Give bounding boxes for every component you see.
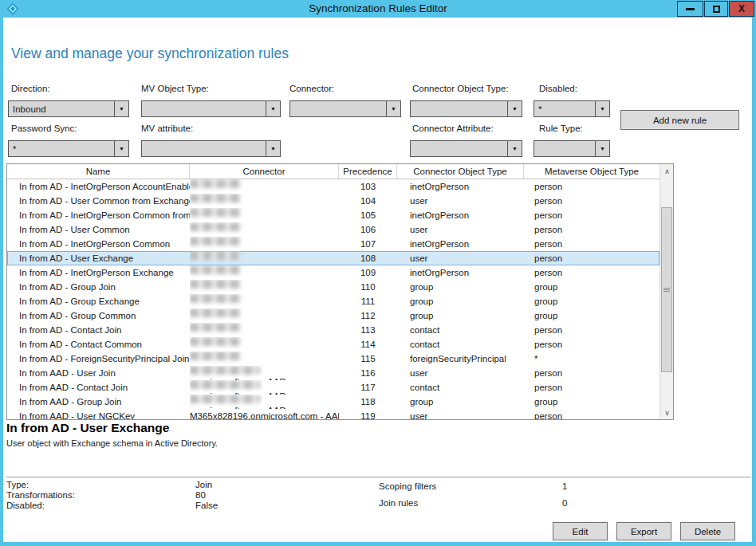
connector-cell [190,280,339,294]
table-row[interactable]: In from AAD - User Join .onmicrosoft.com… [7,366,660,380]
table-row[interactable]: In from AAD - Group Join .onmicrosoft.co… [7,395,660,409]
metaverse-object-type-cell: person [524,179,660,194]
precedence-cell: 111 [339,294,397,308]
connector-object-type-cell: inetOrgPerson [397,265,524,280]
table-row[interactable]: In from AAD - Contact Join .onmicrosoft.… [7,380,660,395]
rule-name-cell: In from AD - User Common from Exchange [7,194,190,208]
connector-object-type-cell: group [397,308,524,323]
export-button[interactable]: Export [616,522,671,540]
rules-table: Name Connector Precedence Connector Obje… [6,163,674,420]
password-sync-dropdown[interactable]: * ▼ [8,140,129,157]
metaverse-object-type-cell: * [524,352,660,366]
rule-type-dropdown[interactable]: ▼ [534,140,610,157]
direction-dropdown[interactable]: Inbound ▼ [8,100,129,117]
mv-attribute-dropdown[interactable]: ▼ [141,140,281,157]
scrollbar-thumb[interactable] [661,207,672,372]
rule-name-cell: In from AD - InetOrgPerson Common from E… [7,208,190,222]
disabled-detail-label: Disabled: [6,501,45,510]
connector-cell [190,237,339,251]
rule-name-cell: In from AD - ForeignSecurityPrincipal Jo… [7,352,190,366]
direction-label: Direction: [11,84,50,93]
rule-name-cell: In from AD - InetOrgPerson Common [7,237,190,251]
connector-redacted-blur [190,366,260,375]
rule-name-cell: In from AAD - User NGCKey [7,409,190,419]
metaverse-object-type-cell: group [524,294,660,308]
delete-button[interactable]: Delete [680,522,735,540]
vertical-scrollbar[interactable]: ∧ ∨ [660,164,673,419]
edit-button[interactable]: Edit [553,522,608,540]
metaverse-object-type-cell: person [524,409,660,419]
column-header-connector-object-type[interactable]: Connector Object Type [397,164,524,179]
minimize-button[interactable] [677,1,703,17]
table-row[interactable]: In from AD - Group Join 110 group group [7,280,660,294]
add-new-rule-button[interactable]: Add new rule [620,110,739,130]
scoping-filters-label: Scoping filters [379,481,436,491]
table-row[interactable]: In from AD - InetOrgPerson AccountEnable… [7,179,660,194]
connector-dropdown[interactable]: ▼ [289,100,401,117]
connector-object-type-cell: user [397,194,524,208]
connector-redacted-blur [190,280,241,289]
rule-name-cell: In from AD - InetOrgPerson Exchange [7,265,190,280]
table-row[interactable]: In from AD - User Common from Exchange 1… [7,194,660,208]
connector-cell [190,194,339,208]
disabled-label: Disabled: [539,84,577,93]
table-row[interactable]: In from AD - Contact Common 114 contact … [7,337,660,352]
connector-object-type-cell: inetOrgPerson [397,179,524,194]
connector-object-type-cell: user [397,251,524,265]
table-row[interactable]: In from AD - InetOrgPerson Common from E… [7,208,660,222]
table-row[interactable]: In from AD - ForeignSecurityPrincipal Jo… [7,352,660,366]
chevron-down-icon: ▼ [266,141,280,156]
metaverse-object-type-cell: group [524,280,660,294]
titlebar[interactable]: Synchronization Rules Editor X [0,0,756,18]
table-row[interactable]: In from AD - Contact Join 113 contact pe… [7,323,660,337]
connector-cell [190,265,339,280]
precedence-cell: 107 [339,237,397,251]
maximize-icon [713,6,720,13]
table-row[interactable]: In from AD - InetOrgPerson Exchange 109 … [7,265,660,280]
mv-object-type-dropdown[interactable]: ▼ [141,100,281,117]
disabled-dropdown[interactable]: * ▼ [534,100,610,117]
direction-value: Inbound [9,104,114,114]
connector-object-type-cell: foreignSecurityPrincipal [397,352,524,366]
connector-redacted-blur [190,251,241,260]
connector-object-type-cell: user [397,409,524,419]
table-row[interactable]: In from AD - User Common 106 user person [7,222,660,237]
column-header-connector[interactable]: Connector [190,164,339,179]
type-value: Join [195,480,212,489]
table-row[interactable]: In from AD - Group Exchange 111 group gr… [7,294,660,308]
rule-name-cell: In from AD - User Common [7,222,190,237]
connector-object-type-dropdown[interactable]: ▼ [410,100,522,117]
connector-redacted-blur [190,294,241,303]
connector-redacted-blur [190,179,241,188]
precedence-cell: 112 [339,308,397,323]
scoping-filters-value: 1 [562,481,567,491]
connector-attribute-dropdown[interactable]: ▼ [410,140,522,157]
precedence-cell: 117 [339,380,397,395]
column-header-name[interactable]: Name [7,164,190,179]
rule-name-cell: In from AD - Group Exchange [7,294,190,308]
table-header: Name Connector Precedence Connector Obje… [7,164,660,179]
maximize-button[interactable] [704,1,728,17]
connector-cell [190,222,339,237]
precedence-cell: 105 [339,208,397,222]
column-header-metaverse-object-type[interactable]: Metaverse Object Type [524,164,660,179]
connector-redacted-blur [190,352,241,360]
connector-label: Connector: [289,84,334,93]
type-label: Type: [6,480,29,489]
metaverse-object-type-cell: person [524,337,660,352]
table-row[interactable]: In from AD - InetOrgPerson Common 107 in… [7,237,660,251]
close-button[interactable]: X [729,1,754,17]
table-row[interactable]: In from AD - User Exchange 108 user pers… [7,251,660,265]
connector-cell [190,251,339,265]
mv-attribute-label: MV attribute: [141,124,193,133]
scroll-up-icon[interactable]: ∧ [660,164,674,178]
column-header-precedence[interactable]: Precedence [339,164,397,179]
scroll-down-icon[interactable]: ∨ [660,406,674,419]
table-row[interactable]: In from AD - Group Common 112 group grou… [7,308,660,323]
table-row[interactable]: In from AAD - User NGCKey M365x828196.on… [7,409,660,419]
window-title: Synchronization Rules Editor [0,2,756,14]
disabled-value: * [534,104,595,114]
precedence-cell: 114 [339,337,397,352]
metaverse-object-type-cell: person [524,208,660,222]
close-icon: X [738,4,745,14]
